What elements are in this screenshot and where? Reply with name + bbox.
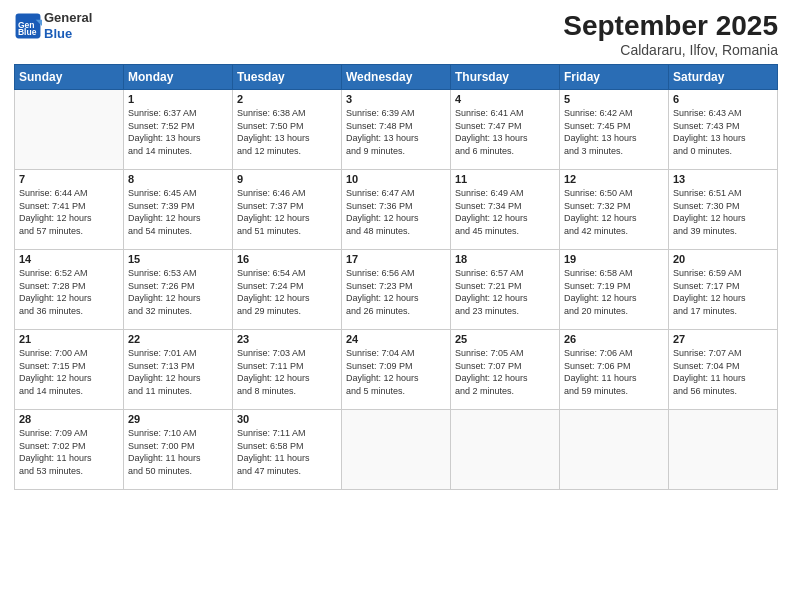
day-number: 9 bbox=[237, 173, 337, 185]
calendar-cell: 20Sunrise: 6:59 AMSunset: 7:17 PMDayligh… bbox=[669, 250, 778, 330]
calendar-cell: 25Sunrise: 7:05 AMSunset: 7:07 PMDayligh… bbox=[451, 330, 560, 410]
title-block: September 2025 Caldararu, Ilfov, Romania bbox=[563, 10, 778, 58]
day-number: 14 bbox=[19, 253, 119, 265]
calendar-cell bbox=[342, 410, 451, 490]
day-info: Sunrise: 6:43 AMSunset: 7:43 PMDaylight:… bbox=[673, 107, 773, 157]
calendar-cell: 10Sunrise: 6:47 AMSunset: 7:36 PMDayligh… bbox=[342, 170, 451, 250]
day-number: 25 bbox=[455, 333, 555, 345]
day-info: Sunrise: 6:58 AMSunset: 7:19 PMDaylight:… bbox=[564, 267, 664, 317]
calendar-cell: 12Sunrise: 6:50 AMSunset: 7:32 PMDayligh… bbox=[560, 170, 669, 250]
day-number: 30 bbox=[237, 413, 337, 425]
calendar-cell: 16Sunrise: 6:54 AMSunset: 7:24 PMDayligh… bbox=[233, 250, 342, 330]
day-info: Sunrise: 6:51 AMSunset: 7:30 PMDaylight:… bbox=[673, 187, 773, 237]
day-info: Sunrise: 7:07 AMSunset: 7:04 PMDaylight:… bbox=[673, 347, 773, 397]
day-number: 24 bbox=[346, 333, 446, 345]
day-number: 23 bbox=[237, 333, 337, 345]
calendar-cell: 28Sunrise: 7:09 AMSunset: 7:02 PMDayligh… bbox=[15, 410, 124, 490]
day-info: Sunrise: 7:00 AMSunset: 7:15 PMDaylight:… bbox=[19, 347, 119, 397]
day-number: 26 bbox=[564, 333, 664, 345]
day-info: Sunrise: 6:59 AMSunset: 7:17 PMDaylight:… bbox=[673, 267, 773, 317]
day-info: Sunrise: 7:03 AMSunset: 7:11 PMDaylight:… bbox=[237, 347, 337, 397]
day-info: Sunrise: 6:56 AMSunset: 7:23 PMDaylight:… bbox=[346, 267, 446, 317]
weekday-header-saturday: Saturday bbox=[669, 65, 778, 90]
day-number: 15 bbox=[128, 253, 228, 265]
weekday-header-wednesday: Wednesday bbox=[342, 65, 451, 90]
calendar-cell bbox=[451, 410, 560, 490]
day-number: 22 bbox=[128, 333, 228, 345]
day-info: Sunrise: 6:38 AMSunset: 7:50 PMDaylight:… bbox=[237, 107, 337, 157]
calendar-cell: 14Sunrise: 6:52 AMSunset: 7:28 PMDayligh… bbox=[15, 250, 124, 330]
weekday-header-sunday: Sunday bbox=[15, 65, 124, 90]
day-number: 8 bbox=[128, 173, 228, 185]
calendar-cell: 11Sunrise: 6:49 AMSunset: 7:34 PMDayligh… bbox=[451, 170, 560, 250]
day-info: Sunrise: 7:11 AMSunset: 6:58 PMDaylight:… bbox=[237, 427, 337, 477]
calendar-cell: 8Sunrise: 6:45 AMSunset: 7:39 PMDaylight… bbox=[124, 170, 233, 250]
day-info: Sunrise: 6:37 AMSunset: 7:52 PMDaylight:… bbox=[128, 107, 228, 157]
day-number: 27 bbox=[673, 333, 773, 345]
weekday-header-thursday: Thursday bbox=[451, 65, 560, 90]
day-number: 11 bbox=[455, 173, 555, 185]
weekday-header-monday: Monday bbox=[124, 65, 233, 90]
day-info: Sunrise: 6:41 AMSunset: 7:47 PMDaylight:… bbox=[455, 107, 555, 157]
day-info: Sunrise: 6:52 AMSunset: 7:28 PMDaylight:… bbox=[19, 267, 119, 317]
day-info: Sunrise: 6:49 AMSunset: 7:34 PMDaylight:… bbox=[455, 187, 555, 237]
calendar-cell: 24Sunrise: 7:04 AMSunset: 7:09 PMDayligh… bbox=[342, 330, 451, 410]
day-number: 5 bbox=[564, 93, 664, 105]
day-info: Sunrise: 6:54 AMSunset: 7:24 PMDaylight:… bbox=[237, 267, 337, 317]
day-info: Sunrise: 6:42 AMSunset: 7:45 PMDaylight:… bbox=[564, 107, 664, 157]
calendar-cell: 21Sunrise: 7:00 AMSunset: 7:15 PMDayligh… bbox=[15, 330, 124, 410]
day-number: 4 bbox=[455, 93, 555, 105]
calendar-cell: 15Sunrise: 6:53 AMSunset: 7:26 PMDayligh… bbox=[124, 250, 233, 330]
day-number: 6 bbox=[673, 93, 773, 105]
day-number: 29 bbox=[128, 413, 228, 425]
day-number: 20 bbox=[673, 253, 773, 265]
logo: Gen Blue General Blue bbox=[14, 10, 92, 41]
calendar-cell: 9Sunrise: 6:46 AMSunset: 7:37 PMDaylight… bbox=[233, 170, 342, 250]
day-number: 3 bbox=[346, 93, 446, 105]
page-title: September 2025 bbox=[563, 10, 778, 42]
calendar-cell: 6Sunrise: 6:43 AMSunset: 7:43 PMDaylight… bbox=[669, 90, 778, 170]
day-number: 7 bbox=[19, 173, 119, 185]
day-number: 10 bbox=[346, 173, 446, 185]
day-number: 21 bbox=[19, 333, 119, 345]
day-info: Sunrise: 6:44 AMSunset: 7:41 PMDaylight:… bbox=[19, 187, 119, 237]
logo-blue: Blue bbox=[44, 26, 72, 41]
day-info: Sunrise: 7:10 AMSunset: 7:00 PMDaylight:… bbox=[128, 427, 228, 477]
day-info: Sunrise: 6:50 AMSunset: 7:32 PMDaylight:… bbox=[564, 187, 664, 237]
day-info: Sunrise: 7:09 AMSunset: 7:02 PMDaylight:… bbox=[19, 427, 119, 477]
calendar-cell: 1Sunrise: 6:37 AMSunset: 7:52 PMDaylight… bbox=[124, 90, 233, 170]
calendar-cell: 26Sunrise: 7:06 AMSunset: 7:06 PMDayligh… bbox=[560, 330, 669, 410]
calendar-cell: 3Sunrise: 6:39 AMSunset: 7:48 PMDaylight… bbox=[342, 90, 451, 170]
weekday-header-tuesday: Tuesday bbox=[233, 65, 342, 90]
day-info: Sunrise: 7:04 AMSunset: 7:09 PMDaylight:… bbox=[346, 347, 446, 397]
calendar-cell: 27Sunrise: 7:07 AMSunset: 7:04 PMDayligh… bbox=[669, 330, 778, 410]
calendar-cell bbox=[560, 410, 669, 490]
day-info: Sunrise: 6:46 AMSunset: 7:37 PMDaylight:… bbox=[237, 187, 337, 237]
calendar-cell bbox=[15, 90, 124, 170]
calendar: SundayMondayTuesdayWednesdayThursdayFrid… bbox=[14, 64, 778, 490]
day-info: Sunrise: 6:53 AMSunset: 7:26 PMDaylight:… bbox=[128, 267, 228, 317]
calendar-cell: 7Sunrise: 6:44 AMSunset: 7:41 PMDaylight… bbox=[15, 170, 124, 250]
weekday-header-friday: Friday bbox=[560, 65, 669, 90]
day-number: 28 bbox=[19, 413, 119, 425]
calendar-cell: 13Sunrise: 6:51 AMSunset: 7:30 PMDayligh… bbox=[669, 170, 778, 250]
calendar-cell bbox=[669, 410, 778, 490]
day-info: Sunrise: 7:05 AMSunset: 7:07 PMDaylight:… bbox=[455, 347, 555, 397]
day-info: Sunrise: 6:45 AMSunset: 7:39 PMDaylight:… bbox=[128, 187, 228, 237]
calendar-cell: 18Sunrise: 6:57 AMSunset: 7:21 PMDayligh… bbox=[451, 250, 560, 330]
day-number: 17 bbox=[346, 253, 446, 265]
day-info: Sunrise: 6:57 AMSunset: 7:21 PMDaylight:… bbox=[455, 267, 555, 317]
calendar-cell: 2Sunrise: 6:38 AMSunset: 7:50 PMDaylight… bbox=[233, 90, 342, 170]
day-number: 13 bbox=[673, 173, 773, 185]
day-number: 2 bbox=[237, 93, 337, 105]
page-subtitle: Caldararu, Ilfov, Romania bbox=[563, 42, 778, 58]
calendar-cell: 23Sunrise: 7:03 AMSunset: 7:11 PMDayligh… bbox=[233, 330, 342, 410]
day-number: 16 bbox=[237, 253, 337, 265]
calendar-cell: 30Sunrise: 7:11 AMSunset: 6:58 PMDayligh… bbox=[233, 410, 342, 490]
logo-icon: Gen Blue bbox=[14, 12, 42, 40]
logo-general: General bbox=[44, 10, 92, 25]
day-number: 19 bbox=[564, 253, 664, 265]
day-info: Sunrise: 6:39 AMSunset: 7:48 PMDaylight:… bbox=[346, 107, 446, 157]
calendar-cell: 19Sunrise: 6:58 AMSunset: 7:19 PMDayligh… bbox=[560, 250, 669, 330]
svg-text:Blue: Blue bbox=[18, 27, 37, 37]
